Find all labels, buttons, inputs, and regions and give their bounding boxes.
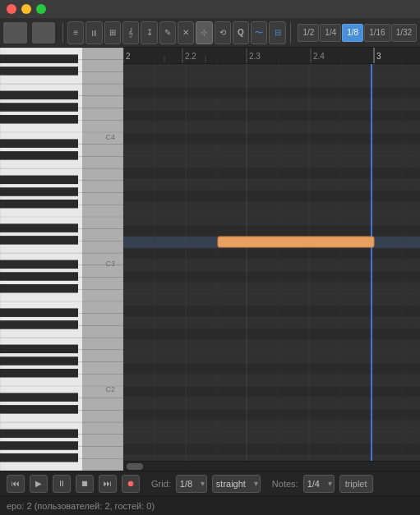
svg-rect-60 (123, 329, 420, 340)
pause-button[interactable]: ⏸ (53, 475, 71, 493)
toolbar: ≡ ⫼ ⊞ 𝄞 ↧ ✎ ✕ ⊹ ⟲ Q 〜 ⊟ 1/2 1/4 1/8 1/16… (0, 18, 420, 48)
svg-text:2.3: 2.3 (249, 52, 261, 61)
quantize-eighth[interactable]: 1/8 (342, 24, 363, 42)
svg-rect-36 (123, 64, 420, 76)
svg-rect-69 (123, 432, 420, 444)
svg-text:2.4: 2.4 (313, 52, 325, 61)
svg-rect-16 (82, 48, 123, 471)
play-button[interactable]: ▶ (30, 475, 48, 493)
svg-rect-58 (123, 306, 420, 317)
maximize-button[interactable] (36, 4, 46, 14)
grid-view-button[interactable]: ⊞ (104, 21, 121, 44)
svg-rect-40 (123, 110, 420, 122)
go-end-button[interactable]: ⏭ (99, 475, 117, 493)
import-button[interactable]: ↧ (141, 21, 157, 44)
svg-rect-59 (123, 317, 420, 329)
svg-rect-41 (123, 122, 420, 133)
minimize-button[interactable] (21, 4, 31, 14)
triplet-button[interactable]: triplet (339, 475, 373, 493)
svg-text:2.2: 2.2 (185, 52, 196, 61)
notes-label: Notes: (272, 479, 298, 489)
svg-rect-42 (123, 133, 420, 145)
thumbnail-2 (32, 22, 56, 44)
svg-rect-64 (123, 375, 420, 386)
transport-bar: ⏮ ▶ ⏸ ⏹ ⏭ ⏺ Grid: 1/8 straight swing Not… (0, 471, 420, 495)
close-button[interactable] (7, 4, 16, 14)
svg-rect-43 (123, 145, 420, 156)
ruler: 2 2.2 2.3 2.4 3 (123, 48, 420, 64)
thumbnail-1 (3, 22, 27, 44)
bend-button[interactable]: 〜 (251, 21, 267, 44)
grid-area[interactable]: 2 2.2 2.3 2.4 3 (123, 48, 420, 471)
brush-button[interactable]: ✎ (159, 21, 176, 44)
grid-scrollbar[interactable] (123, 461, 420, 471)
stop-button[interactable]: ⏹ (76, 475, 94, 493)
record-button[interactable]: ⏺ (122, 475, 140, 493)
grid-select-wrapper[interactable]: 1/8 (176, 475, 207, 493)
svg-rect-61 (123, 340, 420, 352)
svg-text:2: 2 (126, 52, 131, 61)
svg-rect-63 (123, 363, 420, 375)
grid-label: Grid: (151, 479, 171, 489)
grid-select[interactable]: 1/8 (176, 475, 207, 493)
select-button[interactable]: ⊹ (196, 21, 212, 44)
quantize-sixteenth[interactable]: 1/16 (364, 24, 390, 42)
svg-rect-70 (123, 444, 420, 455)
svg-rect-66 (123, 398, 420, 409)
svg-rect-45 (123, 168, 420, 179)
toolbar-separator-2 (290, 23, 291, 43)
quantize-half[interactable]: 1/2 (298, 24, 319, 42)
mode-select-wrapper[interactable]: straight swing (212, 475, 261, 493)
quantize-group: 1/2 1/4 1/8 1/16 1/32 (298, 24, 417, 42)
svg-rect-57 (123, 294, 420, 306)
status-bar: еро: 2 (пользователей: 2, гостей: 0) (0, 495, 420, 515)
chord-button[interactable]: ⊟ (269, 21, 285, 44)
status-text: еро: 2 (пользователей: 2, гостей: 0) (7, 501, 155, 511)
grid-content[interactable] (123, 64, 420, 461)
scrollbar-thumb[interactable] (127, 463, 143, 470)
quantize-quarter[interactable]: 1/4 (320, 24, 341, 42)
svg-rect-37 (123, 76, 420, 87)
go-start-button[interactable]: ⏮ (7, 475, 25, 493)
clef-button[interactable]: 𝄞 (122, 21, 139, 44)
svg-rect-67 (123, 409, 420, 421)
svg-rect-46 (123, 179, 420, 191)
svg-rect-49 (123, 214, 420, 225)
title-bar (0, 0, 420, 18)
svg-rect-53 (123, 248, 420, 260)
notes-select-wrapper[interactable]: 1/4 (303, 475, 335, 493)
toolbar-separator-1 (62, 23, 63, 43)
svg-rect-55 (123, 271, 420, 283)
list-view-button[interactable]: ≡ (67, 21, 84, 44)
svg-text:3: 3 (376, 52, 381, 61)
svg-rect-47 (123, 191, 420, 202)
svg-rect-39 (123, 99, 420, 110)
mode-select[interactable]: straight swing (212, 475, 261, 493)
svg-rect-56 (123, 283, 420, 294)
svg-rect-65 (123, 386, 420, 398)
svg-rect-71 (123, 455, 420, 461)
loop-button[interactable]: ⟲ (215, 21, 231, 44)
svg-rect-62 (123, 352, 420, 363)
eraser-button[interactable]: ✕ (178, 21, 194, 44)
piano-keyboard[interactable]: C4 C3 C2 (0, 48, 123, 471)
columns-view-button[interactable]: ⫼ (85, 21, 102, 44)
search-button[interactable]: Q (233, 21, 249, 44)
quantize-32nd[interactable]: 1/32 (391, 24, 417, 42)
notes-select[interactable]: 1/4 (303, 475, 335, 493)
svg-rect-68 (123, 421, 420, 432)
svg-rect-86 (218, 237, 374, 247)
svg-rect-48 (123, 202, 420, 214)
svg-rect-54 (123, 260, 420, 271)
svg-rect-38 (123, 87, 420, 99)
main-area: C4 C3 C2 2 2.2 2.3 (0, 48, 420, 471)
svg-rect-50 (123, 225, 420, 237)
svg-rect-44 (123, 156, 420, 168)
